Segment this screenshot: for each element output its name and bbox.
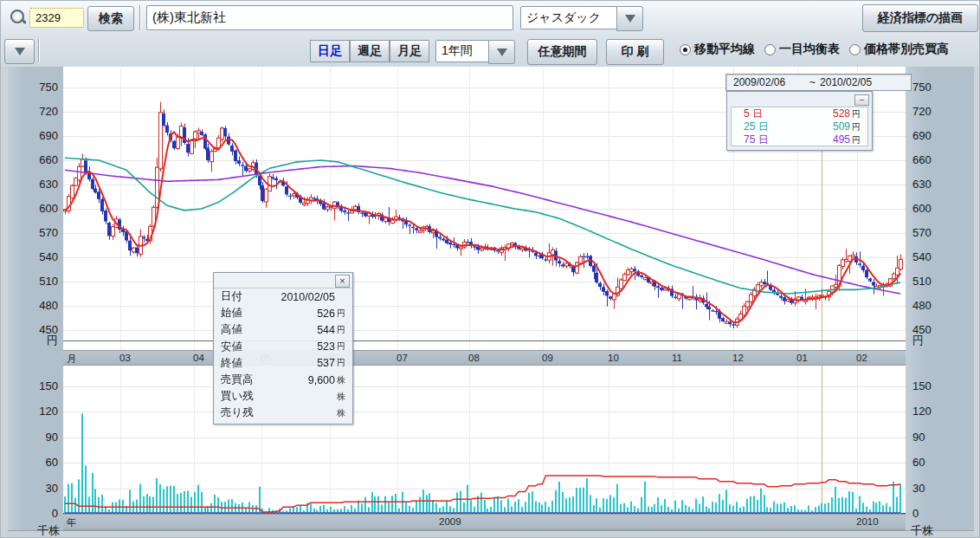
axis-tick: 630: [39, 178, 58, 191]
right-axis-panel: 750720690660630600570540510480450円150120…: [906, 67, 974, 530]
tab-月足[interactable]: 月足: [390, 40, 429, 62]
axis-tick: 750: [912, 81, 932, 94]
radio-一目均衡表[interactable]: 一目均衡表: [764, 42, 840, 57]
radio-icon: [680, 44, 691, 55]
year-label-2010: 2010: [856, 516, 879, 527]
custom-period-button[interactable]: 任意期間: [527, 39, 597, 65]
axis-tick: 600: [912, 202, 932, 215]
market-select[interactable]: ジャスダック: [520, 6, 617, 29]
month-label-10: 10: [608, 353, 619, 363]
volume-unit-label: 千株: [911, 524, 933, 537]
tooltip-row: 買い残株: [214, 388, 352, 405]
year-label-2009: 2009: [439, 516, 461, 527]
tooltip-header: ×: [214, 273, 352, 288]
radio-移動平均線[interactable]: 移動平均線: [680, 42, 755, 57]
search-icon: [10, 9, 27, 26]
month-axis-strip: 月030405060708091011120102: [63, 350, 906, 366]
company-name-field[interactable]: (株)東北新社: [146, 5, 513, 30]
axis-tick: 660: [39, 153, 58, 166]
month-label-09: 09: [542, 353, 553, 363]
collapse-toolbar-button[interactable]: [4, 39, 35, 64]
market-select-arrow[interactable]: [616, 6, 643, 31]
axis-tick: 120: [39, 405, 58, 418]
radio-icon: [849, 44, 861, 55]
stock-code-input[interactable]: 2329: [29, 8, 84, 28]
tooltip-row: 始値526円: [214, 305, 352, 321]
separator: [38, 39, 40, 62]
axis-tick: 90: [912, 431, 925, 444]
tooltip-row: 安値523円: [214, 339, 352, 355]
month-label-02: 02: [856, 353, 867, 363]
tooltip-row: 売買高9,600株: [214, 372, 352, 388]
axis-tick: 90: [46, 431, 58, 444]
year-axis-title: 年: [67, 516, 77, 529]
tab-日足[interactable]: 日足: [310, 40, 350, 62]
ma-row: 25 日509円: [732, 120, 867, 133]
ma-legend-box: – 5 日528円25 日509円75 日495円: [726, 91, 873, 151]
range-select[interactable]: 1年間: [435, 40, 489, 62]
axis-tick: 570: [912, 226, 932, 239]
chevron-down-icon: [625, 15, 635, 23]
price-unit-label: 円: [47, 334, 58, 347]
axis-tick: 600: [39, 202, 58, 215]
month-label-07: 07: [397, 353, 408, 363]
window-edge-bottom: [8, 530, 974, 538]
month-label-03: 03: [119, 353, 131, 363]
axis-tick: 510: [39, 275, 58, 288]
month-label-08: 08: [468, 353, 480, 363]
axis-tick: 0: [912, 507, 919, 520]
month-label-01: 01: [796, 353, 808, 363]
axis-tick: 150: [39, 379, 58, 392]
axis-tick: 540: [39, 250, 58, 263]
axis-tick: 150: [912, 379, 932, 392]
axis-tick: 30: [46, 482, 58, 495]
axis-tick: 0: [52, 507, 58, 520]
axis-tick: 720: [39, 105, 58, 118]
radio-価格帯別売買高[interactable]: 価格帯別売買高: [849, 42, 949, 57]
overlay-radio-group: 移動平均線一目均衡表価格帯別売買高: [680, 42, 949, 57]
tooltip-row: 売り残株: [214, 405, 352, 421]
ma-row: 5 日528円: [732, 107, 867, 120]
tooltip-row: 終値537円: [214, 355, 352, 372]
quote-tooltip: × 日付2010/02/05始値526円高値544円安値523円終値537円売買…: [213, 272, 353, 425]
minimize-button[interactable]: –: [854, 94, 869, 106]
year-axis-strip: 年20092010: [63, 514, 906, 530]
axis-tick: 660: [912, 153, 932, 166]
date-to: 2010/02/05: [820, 76, 872, 88]
tab-週足[interactable]: 週足: [350, 40, 390, 62]
left-axis-panel: 750720690660630600570540510480450円150120…: [8, 67, 63, 530]
window-edge-left: [1, 67, 8, 538]
tooltip-row: 日付2010/02/05: [214, 288, 352, 305]
volume-unit-label: 千株: [37, 524, 60, 537]
radio-label: 価格帯別売買高: [864, 42, 949, 57]
axis-tick: 720: [912, 105, 932, 118]
axis-tick: 30: [912, 482, 925, 495]
date-range-field[interactable]: 2009/02/06 ~ 2010/02/05: [725, 74, 912, 91]
axis-tick: 630: [912, 178, 932, 191]
month-axis-title: 月: [67, 353, 77, 366]
search-button[interactable]: 検索: [87, 6, 134, 31]
period-tab-group: 日足週足月足: [310, 40, 429, 62]
chevron-down-icon: [497, 49, 507, 56]
chevron-down-icon: [15, 48, 25, 55]
tooltip-row: 高値544円: [214, 321, 352, 338]
radio-label: 一目均衡表: [779, 42, 840, 57]
price-unit-label: 円: [912, 334, 924, 347]
stock-chart-app: 2329 検索 (株)東北新社 ジャスダック 経済指標の描画 日足週足月足 1年…: [0, 0, 980, 538]
month-label-12: 12: [732, 353, 744, 363]
axis-tick: 60: [46, 456, 58, 469]
axis-tick: 120: [912, 405, 932, 418]
print-button[interactable]: 印 刷: [606, 39, 664, 65]
axis-tick: 540: [912, 250, 932, 263]
axis-tick: 690: [39, 129, 58, 142]
axis-tick: 570: [39, 226, 58, 239]
axis-tick: 690: [912, 129, 932, 142]
economic-indicator-button[interactable]: 経済指標の描画: [862, 4, 978, 32]
range-select-arrow[interactable]: [488, 40, 515, 64]
axis-tick: 750: [39, 81, 58, 94]
axis-tick: 480: [39, 299, 58, 312]
date-from: 2009/02/06: [733, 76, 785, 88]
close-icon[interactable]: ×: [335, 275, 350, 288]
separator: [139, 5, 141, 30]
ma-legend-rows: 5 日528円25 日509円75 日495円: [731, 107, 868, 146]
